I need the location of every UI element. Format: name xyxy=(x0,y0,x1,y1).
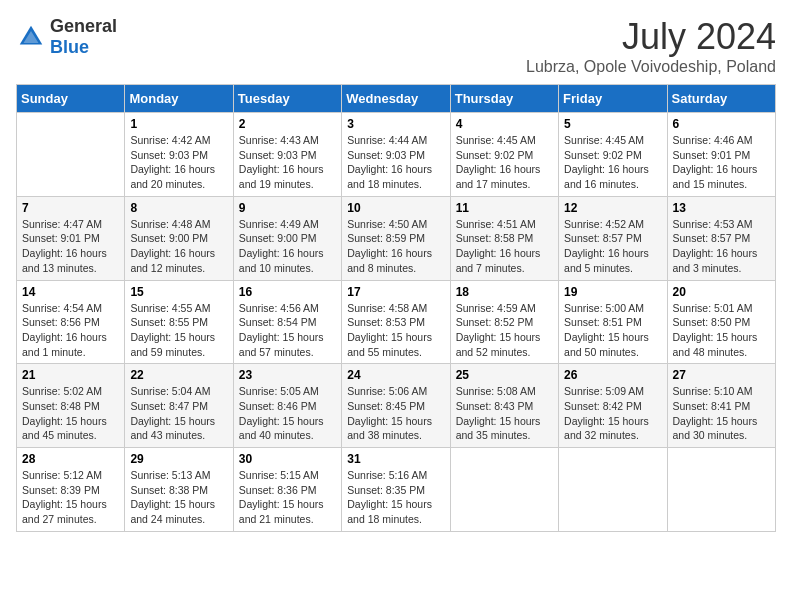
logo-general: General xyxy=(50,16,117,36)
day-number: 31 xyxy=(347,452,444,466)
calendar-cell: 17Sunrise: 4:58 AM Sunset: 8:53 PM Dayli… xyxy=(342,280,450,364)
day-info: Sunrise: 5:04 AM Sunset: 8:47 PM Dayligh… xyxy=(130,384,227,443)
day-info: Sunrise: 4:58 AM Sunset: 8:53 PM Dayligh… xyxy=(347,301,444,360)
calendar-cell: 25Sunrise: 5:08 AM Sunset: 8:43 PM Dayli… xyxy=(450,364,558,448)
calendar-cell: 19Sunrise: 5:00 AM Sunset: 8:51 PM Dayli… xyxy=(559,280,667,364)
day-number: 3 xyxy=(347,117,444,131)
day-info: Sunrise: 4:43 AM Sunset: 9:03 PM Dayligh… xyxy=(239,133,336,192)
day-number: 8 xyxy=(130,201,227,215)
day-number: 5 xyxy=(564,117,661,131)
calendar-cell: 31Sunrise: 5:16 AM Sunset: 8:35 PM Dayli… xyxy=(342,448,450,532)
calendar-cell: 16Sunrise: 4:56 AM Sunset: 8:54 PM Dayli… xyxy=(233,280,341,364)
calendar-cell: 22Sunrise: 5:04 AM Sunset: 8:47 PM Dayli… xyxy=(125,364,233,448)
day-info: Sunrise: 5:06 AM Sunset: 8:45 PM Dayligh… xyxy=(347,384,444,443)
day-info: Sunrise: 5:09 AM Sunset: 8:42 PM Dayligh… xyxy=(564,384,661,443)
calendar-cell: 26Sunrise: 5:09 AM Sunset: 8:42 PM Dayli… xyxy=(559,364,667,448)
day-info: Sunrise: 4:49 AM Sunset: 9:00 PM Dayligh… xyxy=(239,217,336,276)
weekday-wednesday: Wednesday xyxy=(342,85,450,113)
calendar-cell: 1Sunrise: 4:42 AM Sunset: 9:03 PM Daylig… xyxy=(125,113,233,197)
day-info: Sunrise: 4:50 AM Sunset: 8:59 PM Dayligh… xyxy=(347,217,444,276)
day-number: 6 xyxy=(673,117,770,131)
calendar-cell: 28Sunrise: 5:12 AM Sunset: 8:39 PM Dayli… xyxy=(17,448,125,532)
calendar-cell: 5Sunrise: 4:45 AM Sunset: 9:02 PM Daylig… xyxy=(559,113,667,197)
day-number: 12 xyxy=(564,201,661,215)
day-info: Sunrise: 5:13 AM Sunset: 8:38 PM Dayligh… xyxy=(130,468,227,527)
day-info: Sunrise: 4:44 AM Sunset: 9:03 PM Dayligh… xyxy=(347,133,444,192)
weekday-sunday: Sunday xyxy=(17,85,125,113)
calendar-cell: 30Sunrise: 5:15 AM Sunset: 8:36 PM Dayli… xyxy=(233,448,341,532)
day-info: Sunrise: 4:48 AM Sunset: 9:00 PM Dayligh… xyxy=(130,217,227,276)
day-info: Sunrise: 4:55 AM Sunset: 8:55 PM Dayligh… xyxy=(130,301,227,360)
day-number: 21 xyxy=(22,368,119,382)
calendar-cell: 27Sunrise: 5:10 AM Sunset: 8:41 PM Dayli… xyxy=(667,364,775,448)
day-info: Sunrise: 4:46 AM Sunset: 9:01 PM Dayligh… xyxy=(673,133,770,192)
weekday-thursday: Thursday xyxy=(450,85,558,113)
calendar-cell xyxy=(450,448,558,532)
day-number: 15 xyxy=(130,285,227,299)
day-info: Sunrise: 5:02 AM Sunset: 8:48 PM Dayligh… xyxy=(22,384,119,443)
day-info: Sunrise: 4:52 AM Sunset: 8:57 PM Dayligh… xyxy=(564,217,661,276)
day-info: Sunrise: 5:01 AM Sunset: 8:50 PM Dayligh… xyxy=(673,301,770,360)
calendar-cell: 10Sunrise: 4:50 AM Sunset: 8:59 PM Dayli… xyxy=(342,196,450,280)
logo-blue: Blue xyxy=(50,37,89,57)
day-info: Sunrise: 5:12 AM Sunset: 8:39 PM Dayligh… xyxy=(22,468,119,527)
day-number: 23 xyxy=(239,368,336,382)
calendar-week-3: 14Sunrise: 4:54 AM Sunset: 8:56 PM Dayli… xyxy=(17,280,776,364)
day-number: 24 xyxy=(347,368,444,382)
calendar-cell: 12Sunrise: 4:52 AM Sunset: 8:57 PM Dayli… xyxy=(559,196,667,280)
day-number: 22 xyxy=(130,368,227,382)
day-info: Sunrise: 5:15 AM Sunset: 8:36 PM Dayligh… xyxy=(239,468,336,527)
day-number: 11 xyxy=(456,201,553,215)
day-info: Sunrise: 4:54 AM Sunset: 8:56 PM Dayligh… xyxy=(22,301,119,360)
day-number: 16 xyxy=(239,285,336,299)
day-info: Sunrise: 4:59 AM Sunset: 8:52 PM Dayligh… xyxy=(456,301,553,360)
day-number: 18 xyxy=(456,285,553,299)
calendar-cell: 23Sunrise: 5:05 AM Sunset: 8:46 PM Dayli… xyxy=(233,364,341,448)
day-info: Sunrise: 5:10 AM Sunset: 8:41 PM Dayligh… xyxy=(673,384,770,443)
day-info: Sunrise: 5:05 AM Sunset: 8:46 PM Dayligh… xyxy=(239,384,336,443)
calendar-table: SundayMondayTuesdayWednesdayThursdayFrid… xyxy=(16,84,776,532)
day-info: Sunrise: 5:08 AM Sunset: 8:43 PM Dayligh… xyxy=(456,384,553,443)
calendar-cell xyxy=(667,448,775,532)
page-header: General Blue July 2024 Lubrza, Opole Voi… xyxy=(16,16,776,76)
calendar-week-5: 28Sunrise: 5:12 AM Sunset: 8:39 PM Dayli… xyxy=(17,448,776,532)
calendar-cell: 8Sunrise: 4:48 AM Sunset: 9:00 PM Daylig… xyxy=(125,196,233,280)
calendar-cell: 29Sunrise: 5:13 AM Sunset: 8:38 PM Dayli… xyxy=(125,448,233,532)
day-number: 28 xyxy=(22,452,119,466)
calendar-cell: 20Sunrise: 5:01 AM Sunset: 8:50 PM Dayli… xyxy=(667,280,775,364)
weekday-monday: Monday xyxy=(125,85,233,113)
day-info: Sunrise: 4:56 AM Sunset: 8:54 PM Dayligh… xyxy=(239,301,336,360)
calendar-cell: 4Sunrise: 4:45 AM Sunset: 9:02 PM Daylig… xyxy=(450,113,558,197)
day-number: 29 xyxy=(130,452,227,466)
day-number: 4 xyxy=(456,117,553,131)
logo-icon xyxy=(16,22,46,52)
day-info: Sunrise: 5:00 AM Sunset: 8:51 PM Dayligh… xyxy=(564,301,661,360)
day-number: 1 xyxy=(130,117,227,131)
day-number: 25 xyxy=(456,368,553,382)
calendar-cell: 18Sunrise: 4:59 AM Sunset: 8:52 PM Dayli… xyxy=(450,280,558,364)
month-year: July 2024 xyxy=(526,16,776,58)
day-info: Sunrise: 4:45 AM Sunset: 9:02 PM Dayligh… xyxy=(456,133,553,192)
calendar-cell xyxy=(559,448,667,532)
calendar-cell: 3Sunrise: 4:44 AM Sunset: 9:03 PM Daylig… xyxy=(342,113,450,197)
calendar-week-1: 1Sunrise: 4:42 AM Sunset: 9:03 PM Daylig… xyxy=(17,113,776,197)
calendar-cell: 15Sunrise: 4:55 AM Sunset: 8:55 PM Dayli… xyxy=(125,280,233,364)
day-info: Sunrise: 4:45 AM Sunset: 9:02 PM Dayligh… xyxy=(564,133,661,192)
location: Lubrza, Opole Voivodeship, Poland xyxy=(526,58,776,76)
day-number: 7 xyxy=(22,201,119,215)
calendar-cell: 6Sunrise: 4:46 AM Sunset: 9:01 PM Daylig… xyxy=(667,113,775,197)
day-number: 10 xyxy=(347,201,444,215)
title-section: July 2024 Lubrza, Opole Voivodeship, Pol… xyxy=(526,16,776,76)
calendar-cell: 9Sunrise: 4:49 AM Sunset: 9:00 PM Daylig… xyxy=(233,196,341,280)
weekday-tuesday: Tuesday xyxy=(233,85,341,113)
calendar-cell: 7Sunrise: 4:47 AM Sunset: 9:01 PM Daylig… xyxy=(17,196,125,280)
calendar-body: 1Sunrise: 4:42 AM Sunset: 9:03 PM Daylig… xyxy=(17,113,776,532)
day-number: 19 xyxy=(564,285,661,299)
day-info: Sunrise: 4:53 AM Sunset: 8:57 PM Dayligh… xyxy=(673,217,770,276)
calendar-cell xyxy=(17,113,125,197)
day-info: Sunrise: 4:47 AM Sunset: 9:01 PM Dayligh… xyxy=(22,217,119,276)
day-number: 17 xyxy=(347,285,444,299)
day-number: 13 xyxy=(673,201,770,215)
calendar-cell: 21Sunrise: 5:02 AM Sunset: 8:48 PM Dayli… xyxy=(17,364,125,448)
weekday-saturday: Saturday xyxy=(667,85,775,113)
